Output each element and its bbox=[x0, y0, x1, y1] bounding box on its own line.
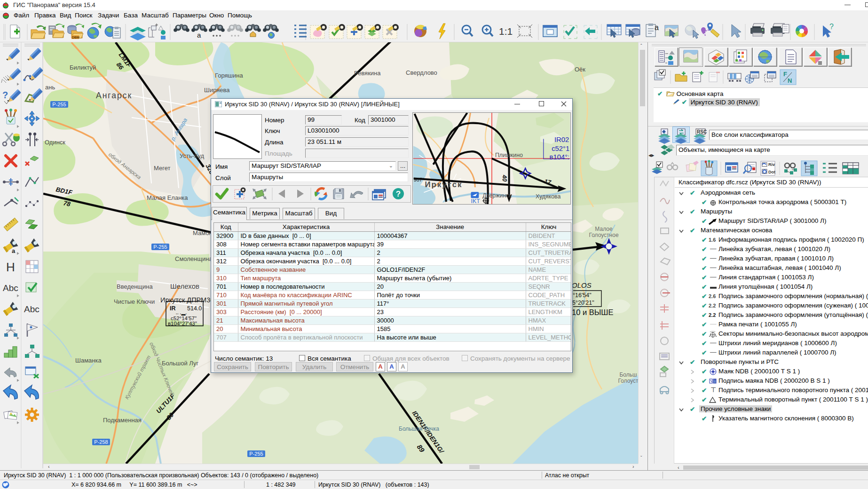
svg-text:Подкаменная: Подкаменная bbox=[103, 417, 142, 424]
svg-text:Оёк: Оёк bbox=[575, 66, 585, 73]
svg-text:IKT: IKT bbox=[471, 198, 480, 205]
svg-text:Дзержинск: Дзержинск bbox=[482, 192, 512, 199]
svg-text:H: H bbox=[6, 260, 15, 274]
svg-text:DBM: DBM bbox=[72, 36, 79, 39]
svg-text:Р-255: Р-255 bbox=[153, 244, 167, 250]
svg-text:Р-255: Р-255 bbox=[249, 451, 263, 457]
svg-text:Худякова: Худякова bbox=[536, 193, 560, 200]
svg-text:Одинск: Одинск bbox=[45, 139, 65, 146]
svg-text:a: a bbox=[12, 247, 16, 254]
svg-text:Шаманка: Шаманка bbox=[75, 357, 102, 364]
svg-text:Abc: Abc bbox=[24, 304, 39, 314]
svg-text:N: N bbox=[788, 77, 792, 84]
svg-text:IR02: IR02 bbox=[554, 136, 569, 143]
svg-text:Р-255: Р-255 bbox=[52, 102, 66, 107]
svg-text:RSC: RSC bbox=[697, 129, 707, 134]
svg-text:Голоустное: Голоустное bbox=[589, 232, 618, 238]
svg-text:Abc: Abc bbox=[3, 283, 18, 293]
svg-text:Большой Луг: Большой Луг bbox=[162, 360, 199, 367]
svg-text:Свердлово: Свердлово bbox=[406, 69, 437, 76]
svg-text:Ангарск: Ангарск bbox=[96, 91, 132, 100]
svg-text:Riv: Riv bbox=[768, 162, 775, 167]
svg-text:OLOS: OLOS bbox=[572, 281, 592, 289]
svg-text:10 и ВЫШЕ: 10 и ВЫШЕ bbox=[572, 308, 613, 316]
svg-text:Горяшина: Горяшина bbox=[215, 72, 243, 79]
svg-text:1:1: 1:1 bbox=[499, 26, 513, 37]
svg-text:Малое: Малое bbox=[595, 226, 613, 232]
svg-text:IR: IR bbox=[170, 305, 176, 312]
svg-text:?: ? bbox=[829, 23, 834, 31]
svg-text:Иркутск ДПРМ30: Иркутск ДПРМ30 bbox=[160, 296, 214, 304]
svg-text:987°: 987° bbox=[414, 177, 425, 182]
svg-text:Плишкино: Плишкино bbox=[495, 152, 523, 158]
svg-text:Малая Еланка: Малая Еланка bbox=[147, 194, 188, 201]
svg-text:Мегет: Мегет bbox=[154, 165, 170, 172]
svg-text:Dot: Dot bbox=[768, 170, 775, 174]
svg-text:a: a bbox=[197, 31, 201, 39]
svg-text:Иркутск: Иркутск bbox=[425, 180, 462, 189]
svg-text:Большая Речка: Большая Речка bbox=[399, 426, 439, 432]
svg-text:в104°27'43": в104°27'43" bbox=[168, 321, 197, 326]
svg-text:Голоуст: Голоуст bbox=[618, 378, 638, 384]
svg-text:Введенщина: Введенщина bbox=[117, 283, 153, 290]
svg-text:a: a bbox=[655, 24, 659, 32]
svg-text:Шелехов: Шелехов bbox=[170, 282, 199, 290]
svg-text:Р-258: Р-258 bbox=[94, 439, 108, 445]
svg-text:Ревякина: Ревякина bbox=[354, 70, 381, 77]
svg-text:514.0: 514.0 bbox=[187, 305, 202, 312]
svg-text:?: ? bbox=[2, 90, 8, 100]
svg-text:Чистые Ключи: Чистые Ключи bbox=[114, 298, 155, 305]
svg-text:40: 40 bbox=[501, 174, 508, 182]
svg-text:?: ? bbox=[396, 189, 401, 198]
svg-text:Ширяева: Ширяева bbox=[204, 87, 230, 94]
svg-text:F: F bbox=[783, 71, 787, 78]
svg-text:Усть-Куд: Усть-Куд bbox=[180, 152, 205, 159]
svg-text:°16'54": °16'54" bbox=[573, 292, 592, 299]
svg-text:в104°:: в104°: bbox=[550, 153, 570, 161]
svg-text:c52°1: c52°1 bbox=[552, 145, 569, 152]
svg-text:Биликтуй: Биликтуй bbox=[70, 64, 96, 71]
svg-text:5°20'21": 5°20'21" bbox=[572, 300, 594, 306]
svg-text:ань: ань bbox=[45, 84, 55, 91]
svg-text:Смоленщина: Смоленщина bbox=[175, 255, 213, 262]
svg-text:Больш: Больш bbox=[619, 371, 637, 378]
svg-text:Мамон: Мамон bbox=[193, 229, 213, 237]
